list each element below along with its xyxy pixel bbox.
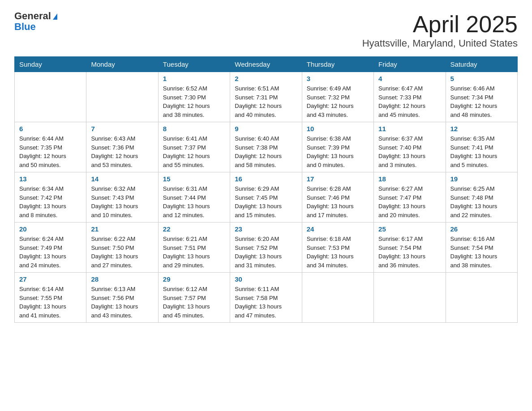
calendar-cell: 3Sunrise: 6:49 AM Sunset: 7:32 PM Daylig… [302, 72, 373, 122]
day-info: Sunrise: 6:17 AM Sunset: 7:54 PM Dayligh… [378, 235, 441, 270]
day-number: 12 [450, 125, 513, 133]
col-header-monday: Monday [86, 57, 158, 72]
day-number: 16 [235, 175, 297, 183]
day-info: Sunrise: 6:13 AM Sunset: 7:56 PM Dayligh… [91, 285, 153, 320]
day-info: Sunrise: 6:43 AM Sunset: 7:36 PM Dayligh… [91, 134, 153, 169]
day-info: Sunrise: 6:47 AM Sunset: 7:33 PM Dayligh… [378, 84, 441, 119]
calendar-cell: 2Sunrise: 6:51 AM Sunset: 7:31 PM Daylig… [230, 72, 302, 122]
day-number: 11 [378, 125, 441, 133]
day-number: 4 [378, 75, 441, 82]
day-info: Sunrise: 6:27 AM Sunset: 7:47 PM Dayligh… [378, 184, 441, 219]
day-number: 1 [163, 75, 225, 82]
day-number: 18 [378, 175, 441, 183]
day-number: 27 [19, 275, 82, 283]
day-number: 8 [163, 125, 225, 133]
day-number: 20 [19, 225, 82, 233]
col-header-sunday: Sunday [15, 57, 86, 72]
col-header-tuesday: Tuesday [158, 57, 230, 72]
calendar-cell: 1Sunrise: 6:52 AM Sunset: 7:30 PM Daylig… [158, 72, 230, 122]
logo-top-line: General [14, 11, 57, 21]
logo-general-text: General [14, 10, 51, 21]
day-info: Sunrise: 6:34 AM Sunset: 7:42 PM Dayligh… [19, 184, 82, 219]
calendar-cell [446, 273, 517, 323]
day-number: 21 [91, 225, 153, 233]
calendar-cell [302, 273, 373, 323]
calendar-cell: 27Sunrise: 6:14 AM Sunset: 7:55 PM Dayli… [15, 273, 86, 323]
day-number: 10 [307, 125, 369, 133]
day-info: Sunrise: 6:31 AM Sunset: 7:44 PM Dayligh… [163, 184, 225, 219]
header-row: SundayMondayTuesdayWednesdayThursdayFrid… [15, 57, 518, 72]
calendar-cell: 11Sunrise: 6:37 AM Sunset: 7:40 PM Dayli… [374, 122, 446, 172]
calendar-cell: 26Sunrise: 6:16 AM Sunset: 7:54 PM Dayli… [446, 223, 517, 273]
day-number: 19 [450, 175, 513, 183]
logo-triangle-icon [53, 13, 57, 20]
day-info: Sunrise: 6:21 AM Sunset: 7:51 PM Dayligh… [163, 235, 225, 270]
day-info: Sunrise: 6:16 AM Sunset: 7:54 PM Dayligh… [450, 235, 513, 270]
calendar-cell [15, 72, 86, 122]
calendar-cell [86, 72, 158, 122]
calendar-cell: 4Sunrise: 6:47 AM Sunset: 7:33 PM Daylig… [374, 72, 446, 122]
day-number: 26 [450, 225, 513, 233]
day-info: Sunrise: 6:25 AM Sunset: 7:48 PM Dayligh… [450, 184, 513, 219]
day-number: 28 [91, 275, 153, 283]
day-number: 30 [235, 275, 297, 283]
day-number: 23 [235, 225, 297, 233]
logo: General Blue [14, 11, 57, 32]
col-header-friday: Friday [374, 57, 446, 72]
day-info: Sunrise: 6:51 AM Sunset: 7:31 PM Dayligh… [235, 84, 297, 119]
calendar-cell: 16Sunrise: 6:29 AM Sunset: 7:45 PM Dayli… [230, 172, 302, 223]
day-info: Sunrise: 6:32 AM Sunset: 7:43 PM Dayligh… [91, 184, 153, 219]
day-number: 24 [307, 225, 369, 233]
day-info: Sunrise: 6:41 AM Sunset: 7:37 PM Dayligh… [163, 134, 225, 169]
col-header-wednesday: Wednesday [230, 57, 302, 72]
calendar-cell: 22Sunrise: 6:21 AM Sunset: 7:51 PM Dayli… [158, 223, 230, 273]
calendar-cell: 24Sunrise: 6:18 AM Sunset: 7:53 PM Dayli… [302, 223, 373, 273]
week-row-1: 6Sunrise: 6:44 AM Sunset: 7:35 PM Daylig… [15, 122, 518, 172]
col-header-saturday: Saturday [446, 57, 517, 72]
day-info: Sunrise: 6:11 AM Sunset: 7:58 PM Dayligh… [235, 285, 297, 320]
day-info: Sunrise: 6:44 AM Sunset: 7:35 PM Dayligh… [19, 134, 82, 169]
day-number: 6 [19, 125, 82, 133]
calendar-body: 1Sunrise: 6:52 AM Sunset: 7:30 PM Daylig… [15, 72, 518, 323]
day-info: Sunrise: 6:38 AM Sunset: 7:39 PM Dayligh… [307, 134, 369, 169]
day-number: 2 [235, 75, 297, 82]
day-info: Sunrise: 6:22 AM Sunset: 7:50 PM Dayligh… [91, 235, 153, 270]
calendar-cell: 21Sunrise: 6:22 AM Sunset: 7:50 PM Dayli… [86, 223, 158, 273]
week-row-0: 1Sunrise: 6:52 AM Sunset: 7:30 PM Daylig… [15, 72, 518, 122]
day-info: Sunrise: 6:24 AM Sunset: 7:49 PM Dayligh… [19, 235, 82, 270]
calendar-cell: 13Sunrise: 6:34 AM Sunset: 7:42 PM Dayli… [15, 172, 86, 223]
day-number: 3 [307, 75, 369, 82]
day-number: 7 [91, 125, 153, 133]
calendar-cell: 5Sunrise: 6:46 AM Sunset: 7:34 PM Daylig… [446, 72, 517, 122]
day-number: 14 [91, 175, 153, 183]
day-number: 22 [163, 225, 225, 233]
day-info: Sunrise: 6:46 AM Sunset: 7:34 PM Dayligh… [450, 84, 513, 119]
day-number: 17 [307, 175, 369, 183]
day-number: 29 [163, 275, 225, 283]
calendar-cell: 8Sunrise: 6:41 AM Sunset: 7:37 PM Daylig… [158, 122, 230, 172]
day-info: Sunrise: 6:37 AM Sunset: 7:40 PM Dayligh… [378, 134, 441, 169]
week-row-3: 20Sunrise: 6:24 AM Sunset: 7:49 PM Dayli… [15, 223, 518, 273]
calendar-cell: 9Sunrise: 6:40 AM Sunset: 7:38 PM Daylig… [230, 122, 302, 172]
calendar-cell: 28Sunrise: 6:13 AM Sunset: 7:56 PM Dayli… [86, 273, 158, 323]
day-info: Sunrise: 6:40 AM Sunset: 7:38 PM Dayligh… [235, 134, 297, 169]
calendar-header: SundayMondayTuesdayWednesdayThursdayFrid… [15, 57, 518, 72]
calendar-cell [374, 273, 446, 323]
day-info: Sunrise: 6:35 AM Sunset: 7:41 PM Dayligh… [450, 134, 513, 169]
week-row-2: 13Sunrise: 6:34 AM Sunset: 7:42 PM Dayli… [15, 172, 518, 223]
day-info: Sunrise: 6:14 AM Sunset: 7:55 PM Dayligh… [19, 285, 82, 320]
calendar-cell: 20Sunrise: 6:24 AM Sunset: 7:49 PM Dayli… [15, 223, 86, 273]
calendar-title: April 2025 [362, 11, 518, 38]
calendar-subtitle: Hyattsville, Maryland, United States [362, 38, 518, 49]
calendar-cell: 19Sunrise: 6:25 AM Sunset: 7:48 PM Dayli… [446, 172, 517, 223]
day-number: 15 [163, 175, 225, 183]
calendar-cell: 10Sunrise: 6:38 AM Sunset: 7:39 PM Dayli… [302, 122, 373, 172]
calendar-cell: 6Sunrise: 6:44 AM Sunset: 7:35 PM Daylig… [15, 122, 86, 172]
calendar-cell: 15Sunrise: 6:31 AM Sunset: 7:44 PM Dayli… [158, 172, 230, 223]
calendar-cell: 7Sunrise: 6:43 AM Sunset: 7:36 PM Daylig… [86, 122, 158, 172]
calendar-cell: 17Sunrise: 6:28 AM Sunset: 7:46 PM Dayli… [302, 172, 373, 223]
day-number: 5 [450, 75, 513, 82]
logo-blue-text: Blue [14, 21, 57, 32]
calendar-cell: 25Sunrise: 6:17 AM Sunset: 7:54 PM Dayli… [374, 223, 446, 273]
day-info: Sunrise: 6:29 AM Sunset: 7:45 PM Dayligh… [235, 184, 297, 219]
